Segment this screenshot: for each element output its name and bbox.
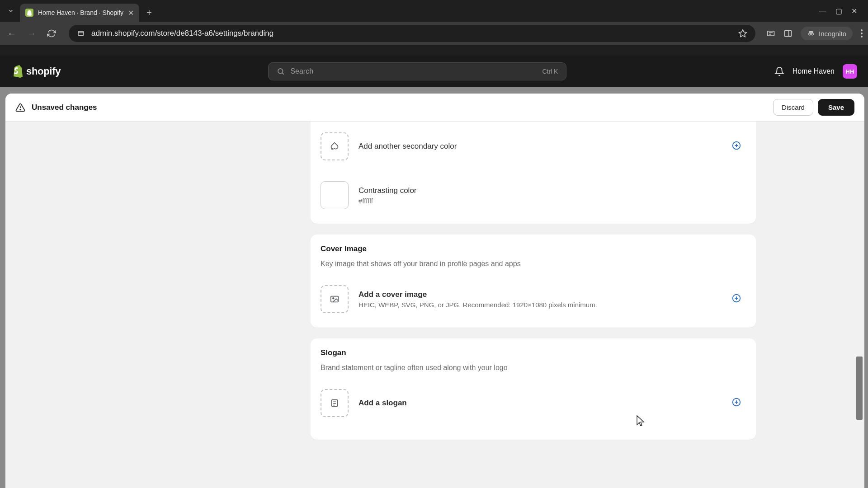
contrasting-color-row[interactable]: Contrasting color #ffffff xyxy=(321,177,746,214)
svg-line-14 xyxy=(282,73,284,75)
plus-circle-icon xyxy=(731,397,741,407)
svg-point-16 xyxy=(20,109,21,110)
svg-point-13 xyxy=(278,69,283,74)
save-button[interactable]: Save xyxy=(818,99,854,116)
search-shortcut: Ctrl K xyxy=(542,68,558,75)
svg-point-10 xyxy=(861,29,863,31)
incognito-label: Incognito xyxy=(819,30,846,38)
plus-circle-icon xyxy=(731,293,741,303)
back-button[interactable]: ← xyxy=(5,27,18,40)
incognito-icon xyxy=(807,29,815,38)
minimize-button[interactable]: — xyxy=(819,7,826,15)
store-name[interactable]: Home Haven xyxy=(793,67,835,75)
shopify-bag-icon xyxy=(11,64,24,79)
image-icon xyxy=(330,294,340,304)
main-panel: Unsaved changes Discard Save Add another… xyxy=(5,94,864,488)
color-placeholder-box xyxy=(321,132,349,160)
cover-image-card: Cover Image Key image that shows off you… xyxy=(311,235,756,328)
maximize-button[interactable]: ▢ xyxy=(835,7,842,15)
slogan-card: Slogan Brand statement or tagline often … xyxy=(311,338,756,440)
notifications-icon[interactable] xyxy=(774,66,784,76)
contrasting-color-value: #ffffff xyxy=(359,197,746,205)
content-wrapper: Unsaved changes Discard Save Add another… xyxy=(0,87,868,488)
svg-point-8 xyxy=(809,33,811,35)
store-avatar[interactable]: HH xyxy=(843,64,857,79)
svg-point-11 xyxy=(861,33,863,34)
plus-circle-icon xyxy=(731,141,741,150)
cover-image-description: Key image that shows off your brand in p… xyxy=(321,260,746,268)
side-panel-icon[interactable] xyxy=(783,29,793,38)
search-box[interactable]: Search Ctrl K xyxy=(268,62,566,80)
shopify-header: shopify Search Ctrl K Home Haven HH xyxy=(0,56,868,87)
slogan-title: Slogan xyxy=(321,348,746,357)
svg-point-9 xyxy=(811,33,814,35)
svg-rect-3 xyxy=(768,31,774,36)
add-cover-image-hint: HEIC, WEBP, SVG, PNG, or JPG. Recommende… xyxy=(359,301,746,309)
svg-marker-2 xyxy=(739,30,747,37)
search-container: Search Ctrl K xyxy=(61,62,774,80)
svg-point-22 xyxy=(333,298,334,299)
content-column: Add another secondary color Contrasting … xyxy=(311,122,756,469)
tab-bar: Home Haven · Brand · Shopify ✕ + — ▢ ✕ xyxy=(0,0,868,22)
shopify-logo-text: shopify xyxy=(26,66,61,77)
add-slogan-row[interactable]: Add a slogan xyxy=(321,385,746,422)
discard-button[interactable]: Discard xyxy=(773,99,813,116)
tab-close-button[interactable]: ✕ xyxy=(128,9,134,17)
note-icon xyxy=(330,398,340,408)
browser-actions: Incognito xyxy=(766,27,863,40)
warning-icon xyxy=(15,103,25,113)
add-secondary-color-button[interactable] xyxy=(731,141,741,152)
media-control-icon[interactable] xyxy=(766,29,775,38)
slogan-placeholder xyxy=(321,389,349,417)
contrasting-color-label: Contrasting color xyxy=(359,186,746,195)
scrollbar-thumb[interactable] xyxy=(856,357,863,420)
window-controls: — ▢ ✕ xyxy=(819,7,864,15)
browser-chrome: Home Haven · Brand · Shopify ✕ + — ▢ ✕ ←… xyxy=(0,0,868,56)
add-slogan-button[interactable] xyxy=(731,397,741,409)
chevron-down-icon xyxy=(8,8,14,14)
store-initials: HH xyxy=(846,68,854,75)
svg-rect-6 xyxy=(785,30,792,36)
add-cover-image-button[interactable] xyxy=(731,293,741,305)
contrasting-color-swatch[interactable] xyxy=(321,181,349,209)
search-placeholder: Search xyxy=(290,67,537,75)
unsaved-changes-bar: Unsaved changes Discard Save xyxy=(5,94,864,122)
scrollbar-track[interactable] xyxy=(856,122,863,488)
bookmark-star-icon[interactable] xyxy=(738,29,747,38)
address-bar[interactable]: admin.shopify.com/store/de8143-a6/settin… xyxy=(69,25,755,42)
incognito-badge[interactable]: Incognito xyxy=(801,27,853,40)
slogan-description: Brand statement or tagline often used al… xyxy=(321,364,746,372)
add-cover-image-row[interactable]: Add a cover image HEIC, WEBP, SVG, PNG, … xyxy=(321,281,746,318)
add-secondary-color-row[interactable]: Add another secondary color xyxy=(321,128,746,165)
browser-menu-icon[interactable] xyxy=(861,29,863,38)
site-info-icon[interactable] xyxy=(77,29,85,38)
svg-rect-21 xyxy=(331,296,339,302)
forward-button[interactable]: → xyxy=(25,27,38,40)
add-cover-image-label: Add a cover image xyxy=(359,290,746,299)
add-slogan-label: Add a slogan xyxy=(359,399,746,408)
cover-image-placeholder xyxy=(321,285,349,313)
new-tab-button[interactable]: + xyxy=(141,8,157,18)
shopify-logo[interactable]: shopify xyxy=(11,64,61,79)
svg-point-17 xyxy=(331,148,333,150)
tab-search-dropdown[interactable] xyxy=(4,4,18,18)
unsaved-message: Unsaved changes xyxy=(32,103,97,112)
header-right: Home Haven HH xyxy=(774,64,857,79)
scroll-area[interactable]: Add another secondary color Contrasting … xyxy=(5,122,864,488)
refresh-button[interactable] xyxy=(45,27,58,40)
add-secondary-color-label: Add another secondary color xyxy=(359,142,746,151)
svg-rect-0 xyxy=(78,32,84,36)
tab-title: Home Haven · Brand · Shopify xyxy=(38,9,123,16)
cover-image-title: Cover Image xyxy=(321,244,746,253)
browser-tab[interactable]: Home Haven · Brand · Shopify ✕ xyxy=(20,4,139,22)
colors-card: Add another secondary color Contrasting … xyxy=(311,122,756,224)
paint-drop-icon xyxy=(330,141,340,151)
search-icon xyxy=(277,67,285,75)
url-bar: ← → admin.shopify.com/store/de8143-a6/se… xyxy=(0,22,868,45)
svg-point-12 xyxy=(861,36,863,38)
url-text: admin.shopify.com/store/de8143-a6/settin… xyxy=(91,29,732,38)
shopify-favicon xyxy=(25,9,33,17)
close-window-button[interactable]: ✕ xyxy=(851,7,857,15)
